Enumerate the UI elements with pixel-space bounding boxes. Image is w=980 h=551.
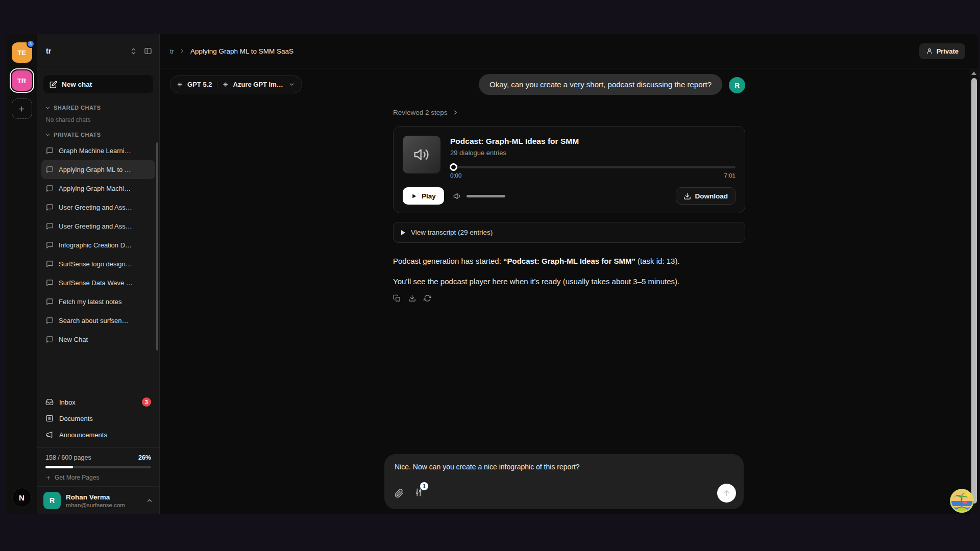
sidebar-chat-item[interactable]: SurfSense Data Wave … bbox=[41, 273, 155, 292]
sidebar-chat-item[interactable]: Fetch my latest notes bbox=[41, 292, 155, 311]
sidebar-chat-item[interactable]: Search about surfsen… bbox=[41, 311, 155, 330]
composer-input[interactable]: Nice. Now can you create a nice infograp… bbox=[395, 463, 733, 471]
collapse-sidebar-icon[interactable] bbox=[144, 47, 152, 55]
breadcrumb-workspace[interactable]: tr bbox=[170, 47, 174, 55]
model-selector[interactable]: ✳ GPT 5.2 ✳ Azure GPT Im… bbox=[170, 76, 302, 93]
visibility-private-button[interactable]: Private bbox=[919, 43, 965, 59]
triangle-right-icon bbox=[401, 230, 405, 235]
user-message-bubble: Okay, can you create a very short, podca… bbox=[479, 74, 722, 95]
shared-chats-empty: No shared chats bbox=[37, 111, 159, 124]
app-window: TE TR N tr New chat bbox=[6, 34, 978, 514]
chevron-down-icon bbox=[45, 132, 51, 138]
user-email: rohan@surfsense.com bbox=[66, 502, 125, 508]
chevron-down-icon bbox=[45, 105, 51, 111]
sidebar-chat-item[interactable]: Infographic Creation D… bbox=[41, 236, 155, 255]
sidebar-chat-item[interactable]: New Chat bbox=[41, 330, 155, 349]
assistant-status-message-2: You’ll see the podcast player here when … bbox=[393, 277, 745, 286]
person-icon bbox=[926, 47, 933, 55]
workspace-switcher-icon[interactable] bbox=[130, 47, 137, 55]
shared-users-badge-icon bbox=[27, 40, 35, 48]
pages-used-label: 158 / 600 pages bbox=[45, 454, 91, 461]
regenerate-icon[interactable] bbox=[424, 294, 431, 302]
user-avatar: R bbox=[43, 492, 61, 509]
plus-icon bbox=[45, 475, 51, 481]
primary-model-label: GPT 5.2 bbox=[187, 81, 212, 88]
user-name: Rohan Verma bbox=[66, 493, 125, 501]
chat-thread: Okay, can you create a very short, podca… bbox=[393, 68, 745, 302]
new-chat-button[interactable]: New chat bbox=[43, 75, 153, 93]
workspace-avatar-tr-selected[interactable]: TR bbox=[10, 68, 34, 93]
sidebar-item-documents[interactable]: Documents bbox=[37, 410, 159, 427]
user-menu[interactable]: R Rohan Verma rohan@surfsense.com bbox=[37, 486, 159, 514]
app-logo[interactable]: N bbox=[12, 488, 32, 507]
volume-slider[interactable] bbox=[467, 195, 505, 197]
sidebar-header: tr bbox=[37, 34, 159, 68]
edit-icon bbox=[50, 81, 57, 88]
add-workspace-button[interactable] bbox=[12, 98, 32, 119]
sidebar-chat-item[interactable]: Applying Graph Machi… bbox=[41, 179, 155, 198]
secondary-model-label: Azure GPT Im… bbox=[233, 81, 283, 88]
workspace-tr-initials: TR bbox=[17, 77, 26, 85]
sidebar-nav: Inbox 3 Documents Announcements bbox=[37, 389, 159, 447]
chat-bubble-icon bbox=[46, 279, 54, 287]
shared-chats-section[interactable]: SHARED CHATS bbox=[45, 105, 152, 111]
chat-bubble-icon bbox=[46, 147, 54, 155]
main-scrollbar[interactable] bbox=[970, 69, 978, 514]
sidebar-scrollbar[interactable] bbox=[156, 142, 158, 350]
sidebar-chat-item-selected[interactable]: Applying Graph ML to … bbox=[41, 160, 155, 179]
arrow-up-icon bbox=[722, 489, 731, 497]
pages-used-percent: 26% bbox=[138, 454, 151, 461]
usage-progress-fill bbox=[45, 466, 73, 468]
scrollbar-thumb[interactable] bbox=[971, 78, 977, 504]
sidebar-item-inbox[interactable]: Inbox 3 bbox=[37, 394, 159, 410]
sidebar-chat-item[interactable]: SurfSense logo design… bbox=[41, 255, 155, 273]
app-logo-letter: N bbox=[19, 493, 24, 502]
documents-icon bbox=[45, 414, 54, 422]
chat-bubble-icon bbox=[46, 336, 54, 343]
assistant-status-message: Podcast generation has started: “Podcast… bbox=[393, 257, 745, 265]
message-actions bbox=[393, 294, 745, 302]
scroll-up-arrow-icon[interactable] bbox=[971, 71, 976, 75]
podcast-title-bold: “Podcast: Graph-ML Ideas for SMM” bbox=[503, 257, 635, 265]
volume-control[interactable] bbox=[453, 192, 505, 201]
get-more-pages-button[interactable]: Get More Pages bbox=[45, 474, 151, 481]
island-emoji-icon[interactable] bbox=[950, 489, 974, 513]
sidebar-chat-item[interactable]: User Greeting and Ass… bbox=[41, 198, 155, 217]
sidebar-chat-item[interactable]: User Greeting and Ass… bbox=[41, 217, 155, 236]
view-transcript-toggle[interactable]: View transcript (29 entries) bbox=[393, 222, 745, 243]
play-button[interactable]: Play bbox=[403, 187, 444, 205]
copy-icon[interactable] bbox=[393, 294, 401, 302]
chat-bubble-icon bbox=[46, 260, 54, 268]
chevron-right-icon bbox=[452, 109, 459, 116]
download-icon[interactable] bbox=[408, 294, 416, 302]
chevron-right-icon bbox=[179, 48, 185, 54]
attach-file-icon[interactable] bbox=[395, 489, 404, 498]
composer[interactable]: Nice. Now can you create a nice infograp… bbox=[384, 454, 744, 509]
workspace-rail: TE TR N bbox=[6, 34, 37, 514]
private-chats-list: Graph Machine Learni… Applying Graph ML … bbox=[37, 141, 159, 349]
seek-slider[interactable] bbox=[450, 163, 736, 171]
inbox-icon bbox=[45, 398, 54, 406]
seek-thumb[interactable] bbox=[450, 163, 457, 171]
reviewed-steps-toggle[interactable]: Reviewed 2 steps bbox=[393, 109, 745, 116]
tools-button[interactable]: 1 bbox=[414, 488, 424, 499]
play-icon bbox=[411, 193, 418, 199]
breadcrumb-chat-title: Applying Graph ML to SMM SaaS bbox=[190, 47, 293, 55]
workspace-avatar-te[interactable]: TE bbox=[12, 42, 32, 63]
topbar: tr Applying Graph ML to SMM SaaS Private bbox=[160, 34, 978, 68]
sidebar: tr New chat SHARED CHATS No shared chats… bbox=[37, 34, 160, 514]
private-chats-section[interactable]: PRIVATE CHATS bbox=[45, 132, 152, 138]
openai-icon: ✳ bbox=[177, 82, 182, 88]
chat-bubble-icon bbox=[46, 222, 54, 230]
chat-bubble-icon bbox=[46, 204, 54, 211]
chevron-down-icon bbox=[288, 81, 295, 88]
chat-bubble-icon bbox=[46, 241, 54, 249]
send-button[interactable] bbox=[717, 484, 736, 503]
chat-bubble-icon bbox=[46, 317, 54, 324]
user-message-avatar: R bbox=[729, 77, 745, 93]
sidebar-chat-item[interactable]: Graph Machine Learni… bbox=[41, 141, 155, 160]
download-button[interactable]: Download bbox=[676, 187, 736, 205]
podcast-title: Podcast: Graph-ML Ideas for SMM bbox=[450, 136, 736, 146]
tools-count-badge: 1 bbox=[420, 482, 428, 490]
sidebar-item-announcements[interactable]: Announcements bbox=[37, 427, 159, 443]
